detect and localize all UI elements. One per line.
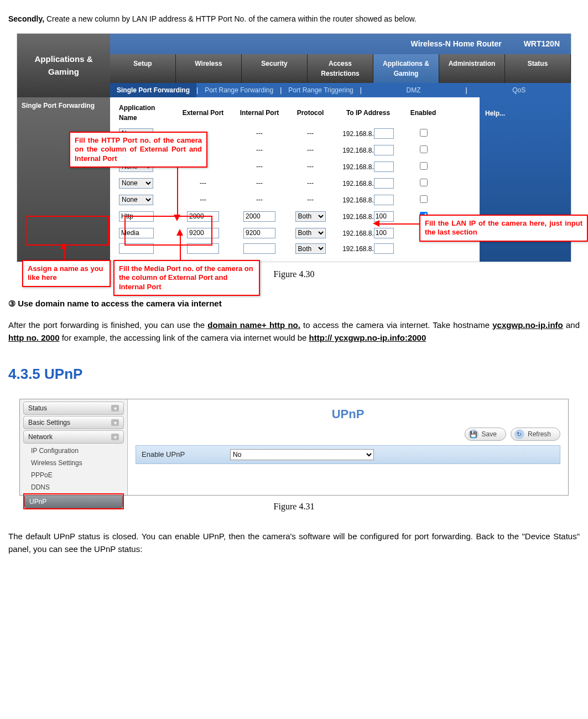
th-int-port: Internal Port <box>231 101 288 125</box>
th-app-name: Application Name <box>116 101 175 125</box>
sidebar-wireless-settings[interactable]: Wireless Settings <box>23 457 124 469</box>
ip-last-octet[interactable] <box>374 161 394 172</box>
upnp-title: UPnP <box>136 405 560 423</box>
intro-paragraph: Secondly, Create a new column by LAN IP … <box>8 13 580 25</box>
protocol-select[interactable]: Both <box>295 243 326 254</box>
enabled-checkbox[interactable] <box>420 162 428 170</box>
th-protocol: Protocol <box>288 101 333 125</box>
sidebar-network[interactable]: Network▾ <box>23 430 124 444</box>
subtab-dmz[interactable]: DMZ <box>362 83 466 97</box>
refresh-icon: ↻ <box>514 429 524 439</box>
model-number: WRT120N <box>524 38 560 50</box>
sidebar-pppoe[interactable]: PPPoE <box>23 469 124 481</box>
upnp-screenshot: Status▾ Basic Settings▾ Network▾ IP Conf… <box>19 399 569 496</box>
table-row: None---------192.168.8. <box>116 175 443 191</box>
int-port-input[interactable] <box>243 211 275 222</box>
section-3-heading: ③ Use domain name to access the camera v… <box>8 298 580 310</box>
tab-setup[interactable]: Setup <box>110 54 176 83</box>
enabled-checkbox[interactable] <box>420 145 428 153</box>
section-3-paragraph: After the port forwarding is finished, y… <box>8 319 580 345</box>
tab-applications-gaming[interactable]: Applications & Gaming <box>373 54 439 83</box>
sidebar-ip-config[interactable]: IP Configuration <box>23 445 124 457</box>
sidebar-basic-settings[interactable]: Basic Settings▾ <box>23 416 124 429</box>
protocol-select[interactable]: Both <box>295 211 326 222</box>
int-port-input[interactable] <box>243 243 275 254</box>
save-icon: 💾 <box>469 429 478 439</box>
sidebar-ddns[interactable]: DDNS <box>23 481 124 493</box>
tab-status[interactable]: Status <box>505 54 571 83</box>
chevron-down-icon: ▾ <box>111 405 119 411</box>
ip-last-octet[interactable] <box>374 195 394 205</box>
section-title: Applications & Gaming <box>17 34 110 97</box>
tab-security[interactable]: Security <box>242 54 308 83</box>
upnp-sidebar: Status▾ Basic Settings▾ Network▾ IP Conf… <box>20 399 128 495</box>
intro-lead: Secondly, <box>8 14 44 23</box>
tab-access-restrictions[interactable]: Access Restrictions <box>308 54 373 83</box>
subtab-port-range-trig[interactable]: Port Range Triggering <box>282 83 360 97</box>
sidebar-upnp[interactable]: UPnP <box>24 495 123 508</box>
router-screenshot: Applications & Gaming Wireless-N Home Ro… <box>17 33 571 262</box>
app-select[interactable]: None <box>119 178 153 189</box>
enabled-checkbox[interactable] <box>420 129 428 137</box>
chevron-down-icon: ▾ <box>111 419 119 426</box>
protocol-select[interactable]: Both <box>295 228 326 238</box>
main-tabs: Setup Wireless Security Access Restricti… <box>110 54 571 83</box>
th-enabled: Enabled <box>403 101 443 125</box>
ip-last-octet[interactable] <box>374 145 394 155</box>
save-button[interactable]: 💾Save <box>465 428 506 441</box>
subtab-qos[interactable]: QoS <box>467 83 571 97</box>
ip-last-octet[interactable] <box>374 243 394 254</box>
tab-wireless[interactable]: Wireless <box>176 54 242 83</box>
ip-last-octet[interactable] <box>374 228 394 238</box>
enable-upnp-select[interactable]: No <box>230 449 374 460</box>
ip-last-octet[interactable] <box>374 128 394 139</box>
subtab-port-range-fwd[interactable]: Port Range Forwarding <box>198 83 280 97</box>
table-row: None---------192.168.8. <box>116 191 443 208</box>
sidebar-status[interactable]: Status▾ <box>23 402 124 415</box>
ip-last-octet[interactable] <box>374 178 394 189</box>
refresh-button[interactable]: ↻Refresh <box>511 428 560 441</box>
callout-lan-ip: Fill the LAN IP of the camera here, just… <box>419 215 588 242</box>
app-select[interactable]: None <box>119 195 153 205</box>
th-to-ip: To IP Address <box>333 101 403 125</box>
int-port-input[interactable] <box>243 228 275 238</box>
chevron-down-icon: ▾ <box>111 434 119 440</box>
tab-administration[interactable]: Administration <box>439 54 505 83</box>
enable-upnp-label: Enable UPnP <box>142 449 230 460</box>
subtab-single-port[interactable]: Single Port Forwarding <box>110 83 196 97</box>
closing-paragraph: The default UPnP status is closed. You c… <box>8 530 580 556</box>
enabled-checkbox[interactable] <box>420 179 428 186</box>
callout-assign-name: Assign a name as you like here <box>22 260 111 287</box>
intro-rest: Create a new column by LAN IP address & … <box>44 14 417 23</box>
callout-media-port: Fill the Media Port no. of the camera on… <box>113 260 260 296</box>
th-ext-port: External Port <box>175 101 231 125</box>
enabled-checkbox[interactable] <box>420 195 428 203</box>
callout-http-port: Fill the HTTP Port no. of the camera on … <box>69 132 207 168</box>
heading-4-3-5: 4.3.5 UPnP <box>8 363 580 385</box>
enable-upnp-row: Enable UPnP No <box>136 445 560 464</box>
sub-tabs: Single Port Forwarding| Port Range Forwa… <box>110 83 571 97</box>
product-name: Wireless-N Home Router <box>411 38 502 50</box>
